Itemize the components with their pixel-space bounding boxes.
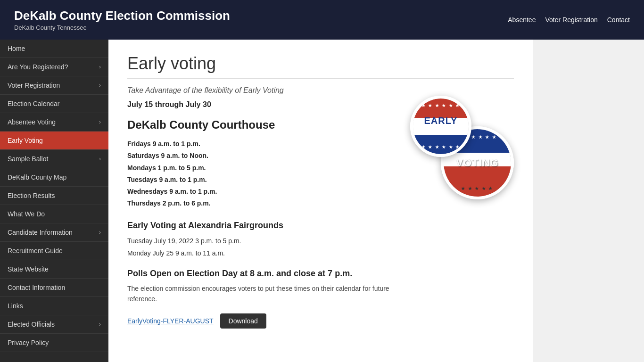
early-stars-bottom: ★ ★ ★ ★ ★ ★ <box>421 145 461 149</box>
sidebar-label-registered: Are You Registered? <box>8 63 68 71</box>
fairgrounds-heading: Early Voting at Alexandria Fairgrounds <box>127 221 401 230</box>
sidebar-item-sample-ballot[interactable]: Sample Ballot › <box>0 150 108 168</box>
nav-absentee[interactable]: Absentee <box>508 16 536 24</box>
schedule-saturdays: Saturdays 9 a.m. to Noon. <box>127 150 401 162</box>
sidebar-label-early-voting: Early Voting <box>8 137 43 144</box>
sidebar-item-registered[interactable]: Are You Registered? › <box>0 58 108 76</box>
chevron-icon: › <box>99 156 101 162</box>
sidebar-label-recruitment-guide: Recruitment Guide <box>8 247 63 255</box>
chevron-icon: › <box>99 119 101 125</box>
sidebar-label-home: Home <box>8 45 25 52</box>
site-subtitle: DeKalb County Tennessee <box>14 24 230 31</box>
page-subtitle: Take Advantage of the flexibility of Ear… <box>127 86 401 95</box>
footer-note: The election commission encourages voter… <box>127 283 401 304</box>
fairgrounds-date-1: Tuesday July 19, 2022 3 p.m. to 5 p.m. <box>127 235 401 247</box>
sidebar-label-links: Links <box>8 302 23 310</box>
sidebar-label-election-results: Election Results <box>8 192 55 199</box>
sidebar-label-election-calendar: Election Calendar <box>8 100 60 107</box>
chevron-icon: › <box>99 321 101 328</box>
site-header: DeKalb County Election Commission DeKalb… <box>0 0 644 40</box>
early-badge-text: EARLY <box>424 115 458 126</box>
schedule-thursdays: Thursdays 2 p.m. to 6 p.m. <box>127 197 401 209</box>
sidebar-item-candidate-info[interactable]: Candidate Information › <box>0 223 108 242</box>
chevron-icon: › <box>99 229 101 236</box>
chevron-icon: › <box>99 82 101 89</box>
fairgrounds-date-2: Monday July 25 9 a.m. to 11 a.m. <box>127 247 401 259</box>
main-content: Early voting Take Advantage of the flexi… <box>108 40 533 362</box>
sidebar-label-what-we-do: What We Do <box>8 210 45 218</box>
schedule-mondays: Mondays 1 p.m. to 5 p.m. <box>127 162 401 174</box>
date-range: July 15 through July 30 <box>127 100 401 109</box>
sidebar-label-absentee-voting: Absentee Voting <box>8 118 56 126</box>
sidebar-item-elected-officials[interactable]: Elected Officials › <box>0 315 108 334</box>
early-badge: ★ ★ ★ ★ ★ ★ EARLY ★ ★ ★ ★ ★ ★ <box>410 96 471 157</box>
header-nav: Absentee Voter Registration Contact <box>508 16 630 24</box>
sidebar-label-contact-info: Contact Information <box>8 284 65 291</box>
sidebar-item-voter-registration[interactable]: Voter Registration › <box>0 76 108 95</box>
sidebar: Home Are You Registered? › Voter Registr… <box>0 40 108 362</box>
flyer-link[interactable]: EarlyVoting-FLYER-AUGUST <box>127 317 214 325</box>
chevron-icon: › <box>99 64 101 70</box>
courthouse-heading: DeKalb County Courthouse <box>127 118 401 132</box>
page-wrapper: Home Are You Registered? › Voter Registr… <box>0 40 644 362</box>
download-button[interactable]: Download <box>220 313 266 329</box>
schedule-wednesdays: Wednesdays 9 a.m. to 1 p.m. <box>127 186 401 197</box>
sidebar-label-sample-ballot: Sample Ballot <box>8 155 48 163</box>
fairgrounds-dates: Tuesday July 19, 2022 3 p.m. to 5 p.m. M… <box>127 235 401 259</box>
polls-heading: Polls Open on Election Day at 8 a.m. and… <box>127 269 401 279</box>
sidebar-label-county-map: DeKalb County Map <box>8 173 66 181</box>
sidebar-label-state-website: State Website <box>8 265 49 273</box>
site-title: DeKalb County Election Commission <box>14 8 230 23</box>
sidebar-item-privacy-policy[interactable]: Privacy Policy <box>0 334 108 352</box>
sidebar-item-what-we-do[interactable]: What We Do <box>0 205 108 223</box>
sidebar-item-recruitment-guide[interactable]: Recruitment Guide <box>0 242 108 260</box>
sidebar-item-home[interactable]: Home <box>0 40 108 58</box>
sidebar-item-links[interactable]: Links <box>0 297 108 315</box>
sidebar-item-state-website[interactable]: State Website <box>0 260 108 279</box>
voting-badge-text: VOTING <box>456 157 498 169</box>
early-voting-badge: ★ ★ ★ ★ ★ ★ EARLY ★ ★ ★ ★ ★ ★ ★ ★ ★ ★ ★ … <box>410 96 514 199</box>
nav-contact[interactable]: Contact <box>607 16 630 24</box>
early-stars-top: ★ ★ ★ ★ ★ ★ <box>421 103 461 108</box>
sidebar-label-voter-registration: Voter Registration <box>8 82 60 89</box>
sidebar-item-early-voting[interactable]: Early Voting <box>0 132 108 150</box>
schedule-tuesdays: Tuesdays 9 a.m. to 1 p.m. <box>127 174 401 186</box>
download-row: EarlyVoting-FLYER-AUGUST Download <box>127 313 401 329</box>
sidebar-label-privacy-policy: Privacy Policy <box>8 339 49 346</box>
badge-area: ★ ★ ★ ★ ★ ★ EARLY ★ ★ ★ ★ ★ ★ ★ ★ ★ ★ ★ … <box>410 86 514 329</box>
sidebar-item-election-calendar[interactable]: Election Calendar <box>0 95 108 113</box>
content-area: Take Advantage of the flexibility of Ear… <box>127 86 514 329</box>
schedule-list: Fridays 9 a.m. to 1 p.m. Saturdays 9 a.m… <box>127 138 401 209</box>
sidebar-item-contact-info[interactable]: Contact Information <box>0 279 108 297</box>
header-branding: DeKalb County Election Commission DeKalb… <box>14 8 230 31</box>
sidebar-label-elected-officials: Elected Officials <box>8 321 55 328</box>
schedule-fridays: Fridays 9 a.m. to 1 p.m. <box>127 138 401 150</box>
early-badge-inner: ★ ★ ★ ★ ★ ★ EARLY ★ ★ ★ ★ ★ ★ <box>413 99 469 154</box>
content-text: Take Advantage of the flexibility of Ear… <box>127 86 401 329</box>
nav-voter-registration[interactable]: Voter Registration <box>545 16 597 24</box>
voting-stars-bottom: ★ ★ ★ ★ ★ <box>461 186 493 191</box>
page-title: Early voting <box>127 54 514 79</box>
sidebar-label-candidate-info: Candidate Information <box>8 229 73 236</box>
sidebar-item-absentee-voting[interactable]: Absentee Voting › <box>0 113 108 132</box>
sidebar-item-election-results[interactable]: Election Results <box>0 187 108 205</box>
sidebar-item-county-map[interactable]: DeKalb County Map <box>0 168 108 187</box>
